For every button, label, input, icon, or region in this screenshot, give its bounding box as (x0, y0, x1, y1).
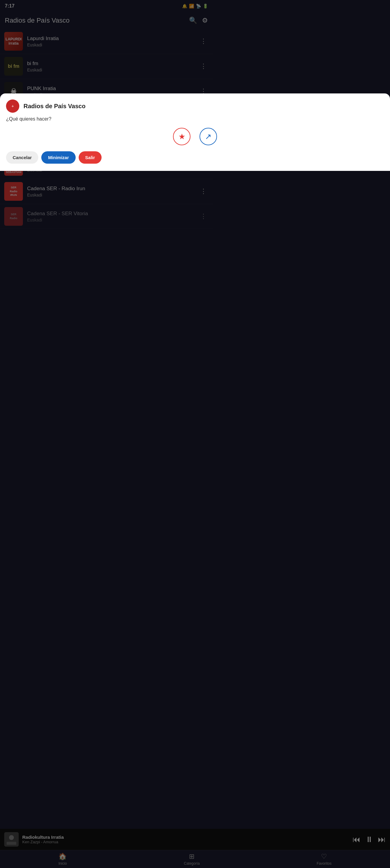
share-action-button[interactable]: ↗ (200, 128, 213, 145)
modal-buttons: Cancelar Minimizar Salir (6, 151, 213, 164)
share-icon: ↗ (200, 128, 213, 145)
svg-text:+: + (11, 104, 14, 108)
cancel-button[interactable]: Cancelar (6, 151, 38, 164)
favorite-action-button[interactable]: ★ (173, 128, 190, 145)
minimize-button[interactable]: Minimizar (41, 151, 76, 164)
modal-title: Radios de País Vasco (24, 103, 86, 110)
modal-icon-actions: ★ ↗ (6, 128, 213, 145)
action-modal: + Radios de País Vasco ¿Qué quieres hace… (0, 93, 213, 171)
modal-header: + Radios de País Vasco (6, 99, 213, 113)
modal-logo-icon: + (6, 99, 19, 113)
modal-overlay[interactable] (0, 0, 213, 434)
favorite-icon: ★ (173, 128, 190, 145)
exit-button[interactable]: Salir (79, 151, 102, 164)
modal-question: ¿Qué quieres hacer? (6, 116, 213, 122)
